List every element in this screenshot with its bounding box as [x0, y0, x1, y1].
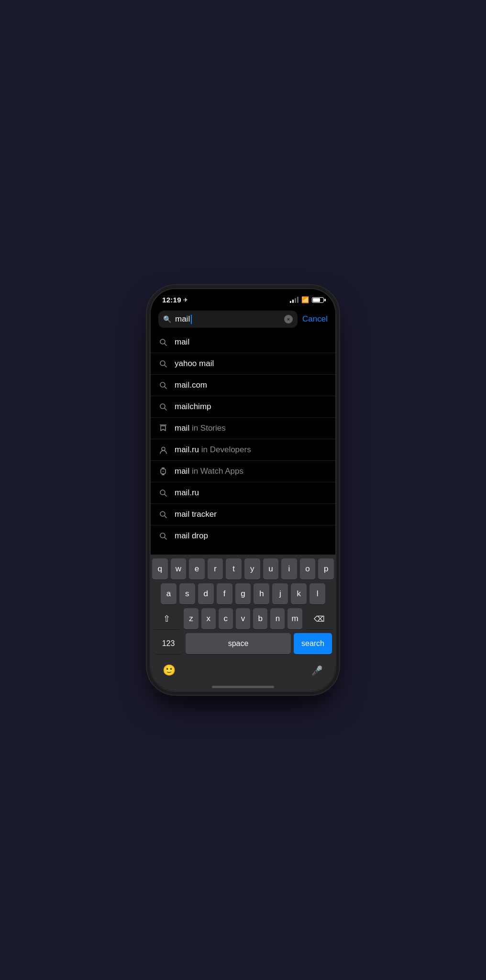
- search-bar-container: 🔍 mail × Cancel: [151, 307, 335, 332]
- key-j[interactable]: j: [272, 583, 288, 604]
- suggestion-mail-tracker[interactable]: mail tracker: [151, 504, 335, 525]
- suggestion-text: mail.ru: [175, 488, 199, 498]
- suggestion-text: mail tracker: [175, 510, 217, 519]
- numbers-key[interactable]: 123: [154, 633, 183, 654]
- search-icon: [158, 337, 168, 347]
- suggestion-mail-watch[interactable]: mail in Watch Apps: [151, 461, 335, 482]
- status-time: 12:19: [162, 296, 181, 304]
- svg-line-5: [165, 387, 166, 389]
- key-p[interactable]: p: [318, 558, 334, 579]
- phone-frame: 12:19 ✈ 📶 🔍 mail: [150, 288, 336, 692]
- suggestion-yahoo-mail[interactable]: yahoo mail: [151, 353, 335, 375]
- location-icon: ✈: [183, 297, 188, 303]
- person-icon: [158, 445, 168, 455]
- suggestion-text: mail in Stories: [175, 423, 226, 433]
- home-indicator: [212, 686, 274, 688]
- shift-key[interactable]: ⇧: [152, 608, 181, 629]
- key-o[interactable]: o: [300, 558, 316, 579]
- key-g[interactable]: g: [235, 583, 251, 604]
- key-l[interactable]: l: [309, 583, 325, 604]
- suggestion-mail-ru-dev[interactable]: mail.ru in Developers: [151, 439, 335, 461]
- suggestion-mail-com[interactable]: mail.com: [151, 375, 335, 396]
- key-k[interactable]: k: [291, 583, 307, 604]
- mic-key[interactable]: 🎤: [310, 661, 324, 680]
- search-icon: [158, 380, 168, 390]
- key-f[interactable]: f: [217, 583, 232, 604]
- svg-point-13: [163, 471, 164, 472]
- key-s[interactable]: s: [179, 583, 195, 604]
- suggestion-mail-ru[interactable]: mail.ru: [151, 482, 335, 504]
- svg-line-7: [165, 408, 166, 410]
- key-e[interactable]: e: [189, 558, 205, 579]
- key-h[interactable]: h: [254, 583, 269, 604]
- screen: 12:19 ✈ 📶 🔍 mail: [151, 289, 335, 691]
- keyboard-row-1: q w e r t y u i o p: [152, 558, 334, 579]
- space-key[interactable]: space: [186, 633, 291, 654]
- suggestion-mailchimp[interactable]: mailchimp: [151, 396, 335, 418]
- battery-fill: [313, 298, 320, 302]
- svg-line-17: [165, 516, 166, 518]
- svg-line-15: [165, 494, 166, 496]
- key-i[interactable]: i: [281, 558, 297, 579]
- key-w[interactable]: w: [171, 558, 187, 579]
- watch-icon: [158, 467, 168, 476]
- search-input[interactable]: mail: [175, 314, 280, 324]
- keyboard: q w e r t y u i o p a s d f g h j k: [151, 555, 335, 691]
- suggestion-text: mail.ru in Developers: [175, 445, 251, 455]
- search-key[interactable]: search: [294, 633, 332, 654]
- search-icon: [158, 510, 168, 519]
- search-icon: [158, 531, 168, 541]
- suggestion-mail-stories[interactable]: mail in Stories: [151, 418, 335, 439]
- key-a[interactable]: a: [161, 583, 177, 604]
- key-v[interactable]: v: [236, 608, 250, 629]
- suggestion-text: mail in Watch Apps: [175, 467, 243, 476]
- suggestion-text: mailchimp: [175, 402, 211, 412]
- stories-icon: [158, 423, 168, 433]
- key-z[interactable]: z: [184, 608, 198, 629]
- suggestion-text: mail drop: [175, 531, 208, 541]
- key-u[interactable]: u: [263, 558, 279, 579]
- cancel-button[interactable]: Cancel: [302, 314, 328, 324]
- search-query-text: mail: [175, 314, 190, 324]
- svg-point-9: [162, 447, 165, 450]
- key-d[interactable]: d: [198, 583, 214, 604]
- signal-bars: [290, 297, 298, 303]
- keyboard-row-2: a s d f g h j k l: [152, 583, 334, 604]
- search-icon: [158, 488, 168, 498]
- delete-key[interactable]: ⌫: [305, 608, 334, 629]
- wifi-icon: 📶: [301, 296, 309, 303]
- key-n[interactable]: n: [270, 608, 285, 629]
- key-x[interactable]: x: [201, 608, 216, 629]
- suggestion-text: mail.com: [175, 380, 207, 390]
- emoji-key[interactable]: 🙂: [162, 661, 176, 680]
- battery-icon: [312, 297, 324, 303]
- search-input-wrapper[interactable]: 🔍 mail ×: [158, 311, 298, 328]
- key-t[interactable]: t: [226, 558, 242, 579]
- dynamic-island: [214, 294, 272, 310]
- key-b[interactable]: b: [253, 608, 267, 629]
- suggestion-text: mail: [175, 337, 189, 347]
- search-icon: 🔍: [163, 315, 171, 323]
- keyboard-row-3: ⇧ z x c v b n m ⌫: [152, 608, 334, 629]
- text-cursor: [191, 315, 192, 324]
- key-y[interactable]: y: [244, 558, 260, 579]
- key-m[interactable]: m: [287, 608, 302, 629]
- status-icons: 📶: [290, 296, 324, 303]
- keyboard-bottom-bar: 🙂 🎤: [152, 658, 334, 684]
- search-icon: [158, 359, 168, 368]
- svg-line-1: [165, 344, 166, 345]
- clear-button[interactable]: ×: [284, 315, 293, 323]
- svg-line-19: [165, 537, 166, 539]
- key-c[interactable]: c: [219, 608, 233, 629]
- key-r[interactable]: r: [208, 558, 223, 579]
- svg-line-3: [165, 365, 166, 367]
- suggestion-text: yahoo mail: [175, 359, 214, 368]
- suggestion-mail-drop[interactable]: mail drop: [151, 525, 335, 546]
- key-q[interactable]: q: [152, 558, 168, 579]
- suggestions-list: mail yahoo mail mail.c: [151, 332, 335, 555]
- suggestion-mail[interactable]: mail: [151, 332, 335, 353]
- search-icon: [158, 402, 168, 412]
- keyboard-row-4: 123 space search: [152, 633, 334, 654]
